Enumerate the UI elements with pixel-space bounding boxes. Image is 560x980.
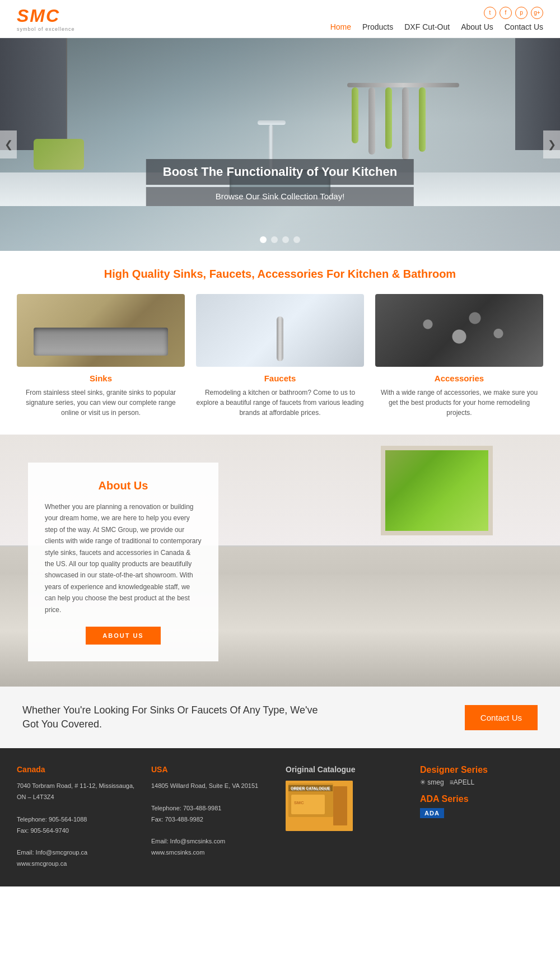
- usa-email: Email: Info@smcsinks.com: [151, 838, 225, 844]
- about-text: Whether you are planning a renovation or…: [45, 501, 202, 615]
- canada-phone: Telephone: 905-564-1088: [17, 816, 87, 823]
- dot-1[interactable]: [260, 236, 267, 243]
- accessories-title[interactable]: Accessories: [375, 374, 543, 383]
- hero-title-box: Boost The Functionality of Your Kitchen: [146, 159, 414, 185]
- googleplus-icon[interactable]: g+: [531, 7, 543, 19]
- usa-website[interactable]: www.smcsinks.com: [151, 849, 204, 856]
- social-icons: t f p g+: [484, 7, 543, 19]
- catalogue-image[interactable]: ORDER CATALOGUE SMC: [286, 781, 353, 831]
- hero-title: Boost The Functionality of Your Kitchen: [163, 165, 397, 179]
- sinks-title[interactable]: Sinks: [17, 374, 185, 383]
- usa-phone: Telephone: 703-488-9981: [151, 805, 221, 811]
- catalogue-title: Original Catalogue: [286, 765, 409, 774]
- nav-products[interactable]: Products: [362, 22, 393, 31]
- toaster: [34, 139, 84, 170]
- pinterest-icon[interactable]: p: [515, 7, 528, 19]
- utensils-bar: [347, 83, 459, 87]
- dot-2[interactable]: [271, 236, 278, 243]
- chevron-right-icon: ❯: [548, 138, 556, 151]
- footer-brands: Designer Series ✳ smeg ≡APELL ADA Series…: [420, 765, 543, 869]
- hero-background: [0, 38, 560, 251]
- nav-home[interactable]: Home: [330, 22, 351, 31]
- hero-slider: ❮ ❯ Boost The Functionality of Your Kitc…: [0, 38, 560, 251]
- about-section: About Us Whether you are planning a reno…: [0, 435, 560, 687]
- product-card-sinks: Sinks From stainless steel sinks, granit…: [17, 294, 185, 418]
- faucets-image: [196, 294, 364, 367]
- hero-subtitle: Browse Our Sink Collection Today!: [216, 192, 345, 201]
- logo-text: SMC: [17, 6, 75, 26]
- usa-fax: Fax: 703-488-9982: [151, 816, 203, 823]
- footer-usa: USA 14805 Willard Road, Suite E, VA 2015…: [151, 765, 274, 869]
- twitter-icon[interactable]: t: [484, 7, 496, 19]
- sinks-image: [17, 294, 185, 367]
- about-window: [381, 446, 493, 535]
- faucet-top: [258, 120, 286, 125]
- cta-text: Whether You're Looking For Sinks Or Fauc…: [22, 703, 330, 731]
- footer-canada-info: 7040 Torbram Road, # 11-12, Mississauga,…: [17, 781, 140, 869]
- logo: SMC symbol of excellence: [17, 6, 75, 32]
- facebook-icon[interactable]: f: [500, 7, 512, 19]
- canada-address: 7040 Torbram Road, # 11-12, Mississauga,…: [17, 782, 134, 800]
- designer-series-title: Designer Series: [420, 765, 543, 775]
- about-button[interactable]: ABOUT US: [86, 627, 160, 645]
- utensil-3: [385, 87, 392, 149]
- faucets-description: Remodeling a kitchen or bathroom? Come t…: [196, 388, 364, 418]
- footer-catalogue: Original Catalogue ORDER CATALOGUE SMC: [286, 765, 409, 869]
- nav-contact[interactable]: Contact Us: [505, 22, 543, 31]
- ada-series-title: ADA Series: [420, 794, 543, 804]
- product-card-faucets: Faucets Remodeling a kitchen or bathroom…: [196, 294, 364, 418]
- hero-caption: Boost The Functionality of Your Kitchen …: [146, 159, 414, 206]
- canada-website[interactable]: www.smcgroup.ca: [17, 860, 67, 867]
- svg-text:ORDER CATALOGUE: ORDER CATALOGUE: [291, 787, 331, 791]
- designer-brands-logos: ✳ smeg ≡APELL: [420, 778, 543, 786]
- contact-us-button[interactable]: Contact Us: [465, 705, 538, 730]
- faucets-title[interactable]: Faucets: [196, 374, 364, 383]
- about-title: About Us: [45, 479, 202, 492]
- logo-sub: symbol of excellence: [17, 26, 75, 32]
- next-slide-button[interactable]: ❯: [543, 130, 560, 158]
- sinks-description: From stainless steel sinks, granite sink…: [17, 388, 185, 418]
- apell-logo: ≡APELL: [450, 778, 474, 786]
- chevron-left-icon: ❮: [4, 138, 13, 151]
- products-section: High Quality Sinks, Faucets, Accessories…: [0, 251, 560, 435]
- kitchen-overlay: [0, 38, 560, 251]
- footer: Canada 7040 Torbram Road, # 11-12, Missi…: [0, 748, 560, 886]
- utensil-4: [402, 87, 409, 160]
- footer-canada: Canada 7040 Torbram Road, # 11-12, Missi…: [17, 765, 140, 869]
- header-right: t f p g+ Home Products DXF Cut-Out About…: [330, 7, 543, 31]
- utensil-1: [352, 87, 358, 143]
- main-nav: Home Products DXF Cut-Out About Us Conta…: [330, 22, 543, 31]
- accessories-image: [375, 294, 543, 367]
- hero-sub-box: Browse Our Sink Collection Today!: [146, 187, 414, 206]
- cta-section: Whether You're Looking For Sinks Or Fauc…: [0, 687, 560, 748]
- header: SMC symbol of excellence t f p g+ Home P…: [0, 0, 560, 38]
- prev-slide-button[interactable]: ❮: [0, 130, 17, 158]
- footer-usa-info: 14805 Willard Road, Suite E, VA 20151 Te…: [151, 781, 274, 858]
- canada-fax: Fax: 905-564-9740: [17, 827, 69, 834]
- about-box: About Us Whether you are planning a reno…: [28, 463, 218, 661]
- dot-3[interactable]: [282, 236, 289, 243]
- nav-dxf[interactable]: DXF Cut-Out: [404, 22, 450, 31]
- accessories-description: With a wide range of accessories, we mak…: [375, 388, 543, 418]
- product-card-accessories: Accessories With a wide range of accesso…: [375, 294, 543, 418]
- svg-rect-5: [333, 786, 347, 825]
- nav-about[interactable]: About Us: [461, 22, 493, 31]
- products-title: High Quality Sinks, Faucets, Accessories…: [17, 268, 543, 281]
- slider-dots: [260, 236, 300, 243]
- footer-canada-title: Canada: [17, 765, 140, 774]
- footer-usa-title: USA: [151, 765, 274, 774]
- products-grid: Sinks From stainless steel sinks, granit…: [17, 294, 543, 418]
- usa-address: 14805 Willard Road, Suite E, VA 20151: [151, 782, 258, 789]
- utensil-2: [368, 87, 375, 155]
- dot-4[interactable]: [293, 236, 300, 243]
- smeg-logo: ✳ smeg: [420, 778, 444, 786]
- utensil-5: [419, 87, 426, 152]
- canada-email: Email: Info@smcgroup.ca: [17, 849, 87, 856]
- svg-text:SMC: SMC: [294, 800, 304, 805]
- ada-badge: ADA: [420, 808, 444, 818]
